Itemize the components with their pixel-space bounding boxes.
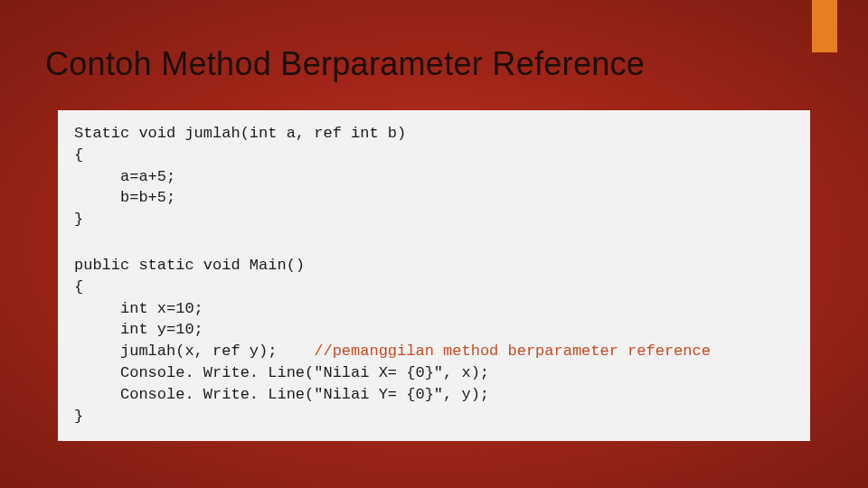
code-line: { [74, 146, 83, 164]
code-line: int x=10; [74, 300, 203, 317]
code-line: Static void jumlah(int a, ref int b) [74, 125, 406, 142]
code-line: b=b+5; [74, 189, 175, 206]
code-line: } [74, 211, 83, 228]
code-line: } [74, 408, 83, 425]
code-line: Console. Write. Line("Nilai X= {0}", x); [74, 364, 489, 381]
code-line: { [74, 278, 83, 296]
code-line: a=a+5; [74, 168, 175, 185]
code-line: public static void Main() [74, 257, 305, 274]
slide-title: Contoh Method Berparameter Reference [45, 45, 645, 83]
code-line: jumlah(x, ref y); [74, 343, 314, 360]
code-line: Console. Write. Line("Nilai Y= {0}", y); [74, 386, 489, 403]
code-block-method: Static void jumlah(int a, ref int b) { a… [58, 110, 810, 245]
code-line: int y=10; [74, 321, 203, 338]
accent-bar [812, 0, 837, 52]
code-comment: //pemanggilan method berparameter refere… [314, 343, 711, 360]
code-block-main: public static void Main() { int x=10; in… [58, 242, 810, 441]
